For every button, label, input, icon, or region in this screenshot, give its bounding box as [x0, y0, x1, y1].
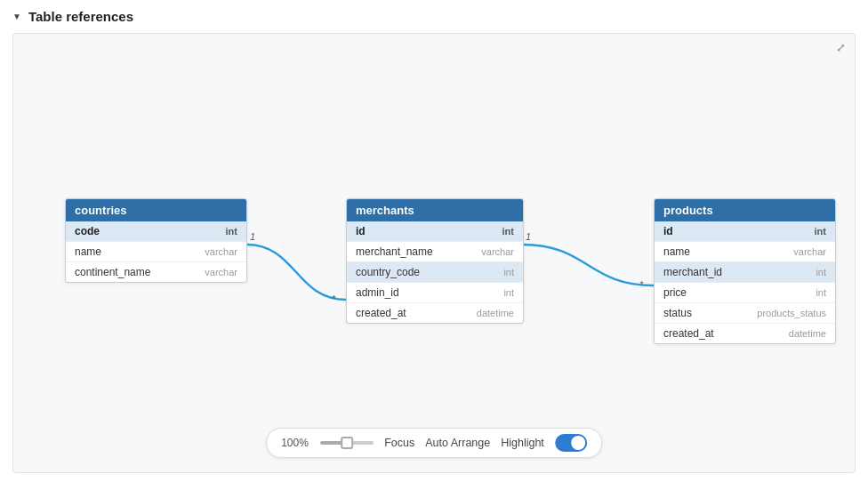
- table-row: created_at datetime: [655, 324, 835, 343]
- highlight-toggle-container: [555, 434, 587, 452]
- table-row: continent_name varchar: [66, 262, 246, 282]
- table-row: country_code int: [347, 262, 523, 283]
- table-row: merchant_name varchar: [347, 242, 523, 262]
- table-row: created_at datetime: [347, 303, 523, 323]
- focus-button[interactable]: Focus: [384, 437, 414, 449]
- diagram-container: ⤢ 1 * 1 * countries code int name varcha: [12, 33, 856, 473]
- toggle-knob: [571, 436, 585, 450]
- svg-text:*: *: [639, 279, 644, 290]
- svg-text:1: 1: [250, 231, 255, 242]
- highlight-toggle[interactable]: [555, 434, 587, 452]
- table-row: id int: [655, 221, 835, 242]
- svg-text:*: *: [332, 293, 336, 304]
- table-row: id int: [347, 221, 523, 242]
- svg-text:1: 1: [526, 231, 531, 242]
- table-row: code int: [66, 221, 246, 242]
- chevron-icon: ▼: [12, 12, 21, 21]
- table-row: status products_status: [655, 303, 835, 324]
- table-row: price int: [655, 283, 835, 303]
- table-products: products id int name varchar merchant_id…: [654, 198, 836, 344]
- expand-icon[interactable]: ⤢: [836, 41, 846, 54]
- table-merchants: merchants id int merchant_name varchar c…: [346, 198, 524, 324]
- highlight-label: Highlight: [501, 437, 544, 449]
- toolbar: 100% Focus Auto Arrange Highlight: [266, 428, 602, 458]
- zoom-slider[interactable]: [320, 441, 374, 445]
- auto-arrange-button[interactable]: Auto Arrange: [425, 437, 490, 449]
- table-row: name varchar: [66, 242, 246, 262]
- table-header-products: products: [655, 199, 835, 221]
- section-header: ▼ Table references: [12, 9, 856, 24]
- zoom-label: 100%: [281, 437, 309, 449]
- table-header-countries: countries: [66, 199, 246, 221]
- page-container: ▼ Table references ⤢ 1 * 1 * countries c…: [0, 0, 868, 482]
- table-header-merchants: merchants: [347, 199, 523, 221]
- table-countries: countries code int name varchar continen…: [65, 198, 247, 283]
- section-title: Table references: [28, 9, 133, 24]
- table-row: name varchar: [655, 242, 835, 262]
- table-row: merchant_id int: [655, 262, 835, 283]
- table-row: admin_id int: [347, 283, 523, 303]
